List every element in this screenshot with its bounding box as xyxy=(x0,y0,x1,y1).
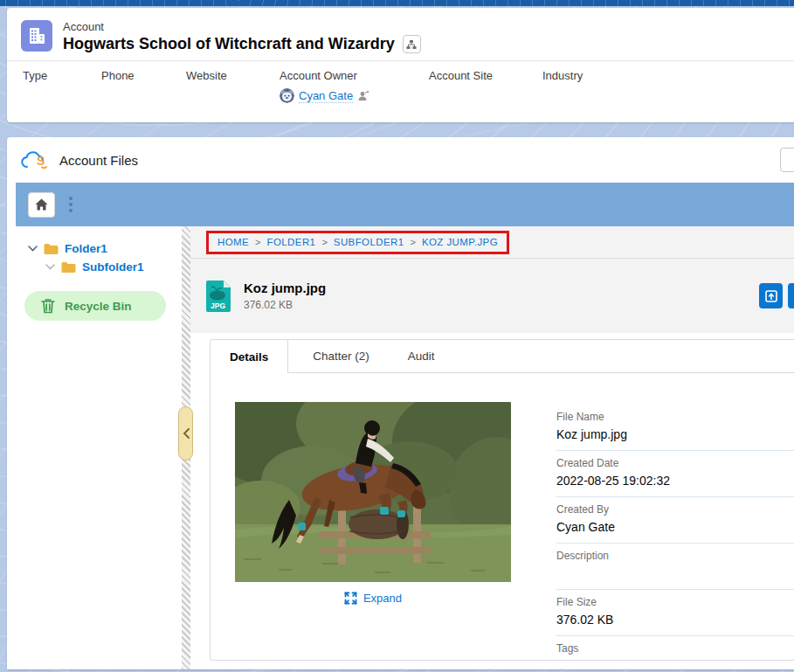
building-icon xyxy=(27,26,46,45)
view-hierarchy-button[interactable] xyxy=(403,35,421,53)
file-preview-image xyxy=(235,402,511,582)
folder-icon xyxy=(61,261,76,273)
home-button[interactable] xyxy=(28,192,55,218)
account-header-card: Account Hogwarts School of Witchcraft an… xyxy=(7,8,794,122)
svg-text:S: S xyxy=(37,154,45,168)
tab-details[interactable]: Details xyxy=(211,340,288,373)
field-label-type: Type xyxy=(23,69,101,82)
expand-label: Expand xyxy=(363,592,402,605)
home-icon xyxy=(35,198,48,211)
breadcrumb-bar: HOME > FOLDER1 > SUBFOLDER1 > KOZ JUMP.J… xyxy=(190,226,794,259)
chevron-left-icon xyxy=(183,428,190,439)
detail-row-tags: Tags xyxy=(556,636,794,669)
detail-row-file-size: File Size 376.02 KB xyxy=(556,590,794,636)
change-owner-icon[interactable] xyxy=(357,90,369,101)
files-toolbar xyxy=(16,183,794,226)
page-title: Hogwarts School of Witchcraft and Wizard… xyxy=(63,35,395,53)
field-label-account-owner: Account Owner xyxy=(280,69,429,82)
recycle-bin-label: Recycle Bin xyxy=(65,300,132,313)
tab-audit[interactable]: Audit xyxy=(389,340,454,372)
file-size: 376.02 KB xyxy=(244,299,326,311)
folder-icon xyxy=(44,243,59,254)
detail-row-file-name: File Name Koz jump.jpg xyxy=(556,405,794,451)
jpg-file-icon: JPG xyxy=(206,281,231,312)
owner-link[interactable]: Cyan Gate xyxy=(299,89,353,103)
field-label-phone: Phone xyxy=(101,69,186,82)
sidebar-item-subfolder1[interactable]: Subfolder1 xyxy=(7,258,182,276)
detail-row-created-date: Created Date 2022-08-25 19:02:32 xyxy=(556,451,794,497)
cloud-files-app-icon: S xyxy=(21,151,48,170)
breadcrumb-subfolder1[interactable]: SUBFOLDER1 xyxy=(334,237,404,247)
section-action-button[interactable] xyxy=(780,148,794,172)
field-label-industry: Industry xyxy=(542,69,794,82)
breadcrumb-separator: > xyxy=(321,237,327,247)
breadcrumb-file[interactable]: KOZ JUMP.JPG xyxy=(422,237,498,247)
svg-text:JPG: JPG xyxy=(211,301,225,310)
detail-row-created-by: Created By Cyan Gate xyxy=(556,497,794,544)
toolbar-menu-button[interactable] xyxy=(66,193,76,216)
expand-link[interactable]: Expand xyxy=(235,592,511,605)
recycle-bin-button[interactable]: Recycle Bin xyxy=(24,291,166,321)
owner-avatar xyxy=(280,88,294,103)
file-header: JPG Koz jump.jpg 376.02 KB xyxy=(190,259,794,333)
background-gap xyxy=(0,122,794,137)
file-detail-fields: File Name Koz jump.jpg Created Date 2022… xyxy=(556,405,794,669)
breadcrumb-folder1[interactable]: FOLDER1 xyxy=(267,237,316,247)
section-title: Account Files xyxy=(59,153,138,168)
annotation-red-box: HOME > FOLDER1 > SUBFOLDER1 > KOZ JUMP.J… xyxy=(206,231,509,254)
chevron-down-icon xyxy=(28,246,38,252)
sidebar-splitter[interactable] xyxy=(182,226,190,669)
highlights-panel: Type Phone Website Account Owner Cy xyxy=(7,61,794,122)
hierarchy-icon xyxy=(406,39,417,50)
breadcrumb-separator: > xyxy=(255,237,260,247)
folder-label: Folder1 xyxy=(65,242,107,255)
file-detail-content: Details Chatter (2) Audit xyxy=(190,333,794,669)
chevron-down-icon xyxy=(45,264,55,270)
breadcrumb-separator: > xyxy=(411,237,416,247)
tab-chatter[interactable]: Chatter (2) xyxy=(293,340,389,372)
account-record-icon xyxy=(21,20,52,52)
global-header-strip xyxy=(0,0,794,6)
folder-tree-sidebar: Folder1 Subfolder1 Recycle Bin xyxy=(7,226,182,669)
file-tabs: Details Chatter (2) Audit xyxy=(211,340,794,373)
open-file-button[interactable] xyxy=(759,283,783,308)
field-label-website: Website xyxy=(186,69,280,82)
open-in-window-icon xyxy=(765,290,777,302)
collapse-sidebar-handle[interactable] xyxy=(178,406,193,461)
sidebar-item-folder1[interactable]: Folder1 xyxy=(7,239,182,258)
breadcrumb-home[interactable]: HOME xyxy=(217,237,249,247)
field-label-account-site: Account Site xyxy=(429,69,542,82)
account-files-card: S Account Files Folder1 xyxy=(7,137,794,669)
detail-row-description: Description xyxy=(556,544,794,590)
folder-label: Subfolder1 xyxy=(82,260,144,274)
secondary-action-button[interactable] xyxy=(788,283,794,308)
expand-icon xyxy=(344,592,357,605)
file-title: Koz jump.jpg xyxy=(244,281,326,295)
record-type-label: Account xyxy=(63,20,421,33)
trash-icon xyxy=(41,298,55,314)
